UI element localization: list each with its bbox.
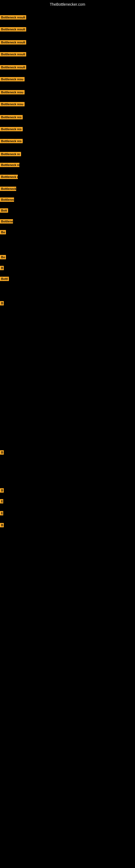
- bottleneck-result-label-26: E: [0, 499, 3, 503]
- bottleneck-result-label-15: Bottleneck re: [0, 187, 16, 191]
- bottleneck-result-label-7: Bottleneck resu: [0, 90, 25, 94]
- bottleneck-result-label-12: Bottleneck re: [0, 152, 21, 156]
- bottleneck-result-label-8: Bottleneck resu: [0, 102, 25, 106]
- bottleneck-result-label-5: Bottleneck result: [0, 65, 26, 69]
- bottleneck-result-label-3: Bottleneck result: [0, 40, 26, 44]
- bottleneck-result-label-25: B: [0, 488, 4, 493]
- bottleneck-result-label-10: Bottleneck res: [0, 127, 23, 131]
- bottleneck-result-label-28: B: [0, 523, 4, 527]
- bottleneck-result-label-17: Bott: [0, 208, 8, 213]
- bottleneck-result-label-18: Bottlene: [0, 219, 13, 223]
- bottleneck-result-label-4: Bottleneck result: [0, 52, 26, 56]
- bottleneck-result-label-13: Bottleneck re: [0, 163, 19, 167]
- bottleneck-result-label-22: Bottl: [0, 277, 9, 281]
- bottleneck-result-label-6: Bottleneck resu: [0, 77, 25, 82]
- bottleneck-result-label-19: Bo: [0, 230, 6, 235]
- bottleneck-result-label-27: E: [0, 511, 3, 516]
- bottleneck-result-label-20: Bo: [0, 255, 6, 259]
- bottleneck-result-label-9: Bottleneck res: [0, 115, 23, 119]
- bottleneck-result-label-2: Bottleneck result: [0, 27, 26, 31]
- bottleneck-result-label-11: Bottleneck res: [0, 139, 23, 143]
- bottleneck-result-label-16: Bottlenec: [0, 197, 14, 202]
- bottleneck-result-label-14: Bottleneck re: [0, 175, 18, 179]
- bottleneck-result-label-21: B: [0, 266, 4, 270]
- bottleneck-result-label-24: B: [0, 450, 4, 455]
- bottleneck-result-label-1: Bottleneck result: [0, 15, 26, 20]
- bottleneck-result-label-23: B: [0, 301, 4, 305]
